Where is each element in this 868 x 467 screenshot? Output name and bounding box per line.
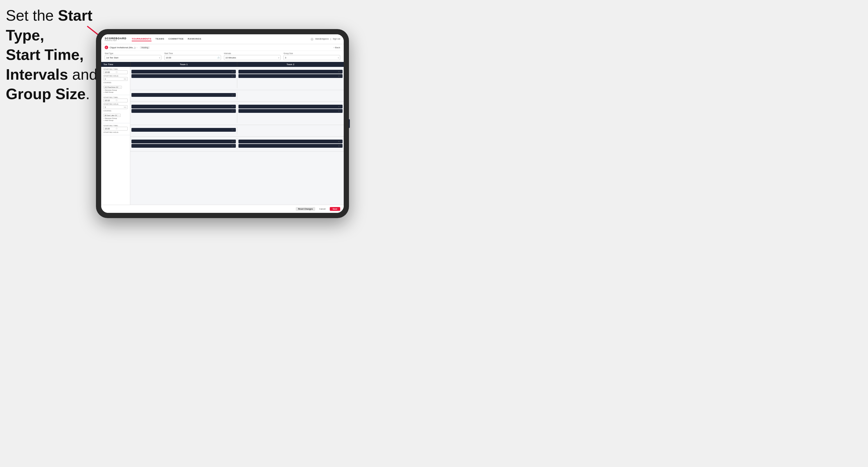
breadcrumb-tournament[interactable]: Clippd Invitational (Ma...)	[110, 46, 135, 49]
add-group-link-2[interactable]: + Add Group	[103, 120, 128, 121]
group-size-select[interactable]: 3 ▾	[283, 55, 340, 60]
add-group-link-1[interactable]: + Add Group	[103, 91, 128, 93]
th-tee-time: Tee Time	[101, 62, 130, 67]
info-icon-2: ⓘ	[116, 99, 127, 102]
cancel-button[interactable]: Cancel	[317, 207, 328, 211]
slot-edit-10[interactable]: □	[234, 145, 235, 147]
slot-edit-6[interactable]: □	[234, 110, 235, 112]
starting-time-input-2[interactable]: 10:10 ⓘ	[103, 99, 128, 102]
slot-x-6[interactable]: ✕	[231, 110, 233, 112]
course-label-2: COURSE:	[103, 110, 128, 112]
course-player-slot-2[interactable]: ✕ □	[131, 128, 236, 132]
starting-time-label-3: STARTING TIME:	[103, 125, 128, 126]
intervals-select[interactable]: 10 Minutes ▾	[224, 55, 281, 60]
group-size-group: Group Size 3 ▾	[283, 52, 340, 60]
slot-x-5[interactable]: ✕	[231, 105, 233, 107]
course-player-slot-1[interactable]: ✕ □	[131, 93, 236, 97]
slot-edit-12[interactable]: □	[340, 145, 341, 147]
start-time-select[interactable]: 10:00 🕐	[164, 55, 221, 60]
slot-x-7[interactable]: ✕	[338, 105, 340, 107]
back-button[interactable]: ‹ Back	[334, 46, 340, 49]
slot-x-icon-4[interactable]: ✕	[338, 75, 340, 77]
player-slot-4-1[interactable]: ✕ □	[239, 105, 343, 108]
player-slot-5-1[interactable]: ✕ □	[131, 139, 236, 143]
bold-intervals: Intervals	[6, 66, 68, 83]
nav-committee[interactable]: COMMITTEE	[168, 37, 184, 41]
starting-time-input-1[interactable]: 10:00 ⓘ	[103, 70, 128, 74]
course-slot-x-2[interactable]: ✕	[231, 129, 233, 131]
nav-teams[interactable]: TEAMS	[156, 37, 164, 41]
player-slot-2-1[interactable]: ✕ □	[239, 70, 343, 73]
slot-x-icon[interactable]: ✕	[231, 71, 233, 73]
slot-x-10[interactable]: ✕	[231, 145, 233, 147]
info-icon-3: ⓘ	[116, 127, 127, 130]
start-type-label: Start Type	[105, 52, 161, 54]
chevron-down-icon: ▾	[159, 57, 160, 59]
team2-col-3: ✕ □ ✕ □	[237, 138, 344, 150]
player-slot-6-1[interactable]: ✕ □	[239, 139, 343, 143]
slot-x-8[interactable]: ✕	[338, 110, 340, 112]
slot-x-12[interactable]: ✕	[338, 145, 340, 147]
course-slot-3: ✕ □	[130, 127, 237, 135]
course-remove-icon-2[interactable]: ✕	[118, 115, 120, 116]
player-slot-3-1[interactable]: ✕ □	[131, 105, 236, 108]
slot-x-icon-3[interactable]: ✕	[338, 71, 340, 73]
slot-edit-8[interactable]: □	[340, 110, 341, 112]
starting-hole-value-1: 1	[105, 78, 106, 80]
slot-actions: ✕ □	[231, 71, 235, 73]
player-slot-4-2[interactable]: ✕ □	[239, 109, 343, 113]
nav-rankings[interactable]: RANKINGS	[188, 37, 202, 41]
player-slot-1-2[interactable]: ✕ □	[131, 74, 236, 78]
tee-group-1: STARTING TIME: 10:00 ⓘ STARTING HOLE: 1 …	[101, 67, 130, 95]
course-tag-1: (A) Peachtree GC ✕	[103, 86, 122, 89]
start-time-group: Start Time 10:00 🕐	[164, 52, 221, 60]
slot-x-icon-2[interactable]: ✕	[231, 75, 233, 77]
teams-row-2: ✕ □ ✕ □	[130, 102, 344, 125]
team1-col-3: ✕ □ ✕ □	[130, 138, 237, 150]
slot-actions-7: ✕ □	[338, 105, 341, 107]
remove-group-link-1[interactable]: ○ Remove Group	[103, 89, 128, 91]
slot-x-9[interactable]: ✕	[231, 141, 233, 143]
slot-edit-9[interactable]: □	[234, 141, 235, 143]
nav-tournaments[interactable]: TOURNAMENTS	[132, 37, 152, 41]
chevron-down-icon-3: ▾	[338, 57, 339, 59]
nav-separator: |	[330, 38, 331, 41]
player-slot-1-1[interactable]: ✕ □	[131, 70, 236, 73]
slot-edit-icon[interactable]: □	[234, 71, 235, 73]
starting-time-input-3[interactable]: 10:20 ⓘ	[103, 127, 128, 130]
player-slot-2-2[interactable]: ✕ □	[239, 74, 343, 78]
player-slot-5-2[interactable]: ✕ □	[131, 144, 236, 148]
slot-actions-5: ✕ □	[231, 105, 235, 107]
course-slot-edit[interactable]: □	[234, 94, 235, 96]
course-name-1: (A) Peachtree GC	[105, 86, 119, 88]
breadcrumb-bar: C Clippd Invitational (Ma...) › Hosting …	[101, 44, 344, 51]
nav-bar: SCOREBOARD Powered by clippd TOURNAMENTS…	[101, 34, 344, 44]
team2-col-2: ✕ □ ✕ □	[237, 103, 344, 123]
starting-time-value-2: 10:10	[105, 99, 116, 101]
slot-edit-5[interactable]: □	[234, 105, 235, 107]
th-team2: Team 2	[237, 62, 344, 67]
starting-hole-select-1[interactable]: 1 ⬆⬇	[103, 77, 128, 81]
player-slot-3-2[interactable]: ✕ □	[131, 109, 236, 113]
course-slot-edit-2[interactable]: □	[234, 129, 235, 131]
slot-x-11[interactable]: ✕	[338, 141, 340, 143]
slot-edit-11[interactable]: □	[340, 141, 341, 143]
slot-edit-icon-3[interactable]: □	[340, 71, 341, 73]
tablet-screen: SCOREBOARD Powered by clippd TOURNAMENTS…	[101, 34, 344, 213]
course-remove-icon-1[interactable]: ✕	[120, 86, 121, 88]
slot-edit-icon-4[interactable]: □	[340, 75, 341, 77]
player-slot-6-2[interactable]: ✕ □	[239, 144, 343, 148]
slot-edit-icon-2[interactable]: □	[234, 75, 235, 77]
course-label-1: COURSE:	[103, 82, 128, 84]
course-slot-x[interactable]: ✕	[231, 94, 233, 96]
start-type-select[interactable]: 1st Tee Start ▾	[105, 55, 161, 60]
reset-changes-button[interactable]: Reset Changes	[296, 207, 315, 211]
save-button[interactable]: Save	[330, 207, 340, 211]
nav-links: TOURNAMENTS TEAMS COMMITTEE RANKINGS	[132, 37, 311, 41]
remove-group-link-2[interactable]: ○ Remove Group	[103, 118, 128, 119]
course-slot-2	[237, 92, 344, 100]
slot-edit-7[interactable]: □	[340, 105, 341, 107]
sign-out-link[interactable]: Sign out	[333, 38, 340, 41]
intervals-label: Intervals	[224, 52, 281, 54]
starting-hole-select-2[interactable]: 1 ⬆⬇	[103, 105, 128, 109]
